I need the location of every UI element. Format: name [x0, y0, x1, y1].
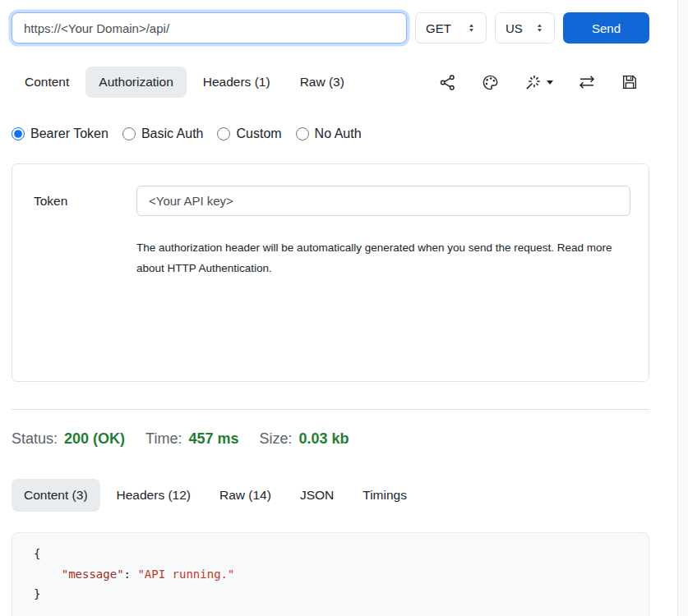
- response-tabs: Content (3) Headers (12) Raw (14) JSON T…: [12, 479, 649, 512]
- auth-option-bearer-token[interactable]: Bearer Token: [12, 126, 109, 141]
- method-select-value: GET: [426, 21, 451, 35]
- status-value: 200 (OK): [64, 430, 125, 448]
- no-auth-radio[interactable]: [296, 127, 309, 140]
- size-label: Size:: [259, 430, 292, 448]
- auth-option-label: Custom: [236, 126, 281, 141]
- response-body-panel: { "message": "API running." }: [12, 532, 649, 616]
- palette-icon: [481, 73, 500, 92]
- url-input[interactable]: [12, 12, 407, 44]
- auth-option-label: Bearer Token: [30, 126, 109, 141]
- auth-option-basic-auth[interactable]: Basic Auth: [122, 126, 204, 141]
- request-tabs: Content Authorization Headers (1) Raw (3…: [12, 67, 358, 98]
- time-label: Time:: [145, 430, 182, 448]
- size-value: 0.03 kb: [299, 430, 349, 448]
- response-tab-raw[interactable]: Raw (14): [207, 479, 284, 512]
- time-value: 457 ms: [188, 430, 238, 448]
- method-select[interactable]: GET: [415, 12, 487, 44]
- scrollbar-gutter[interactable]: [677, 0, 688, 616]
- response-tab-headers[interactable]: Headers (12): [104, 479, 203, 512]
- share-button[interactable]: [438, 73, 457, 92]
- bearer-token-radio[interactable]: [12, 127, 25, 140]
- response-tab-timings[interactable]: Timings: [350, 479, 419, 512]
- status-label: Status:: [12, 430, 58, 448]
- auth-option-label: No Auth: [315, 126, 362, 141]
- send-button[interactable]: Send: [563, 12, 649, 44]
- token-label: Token: [34, 186, 136, 381]
- swap-arrows-icon: [577, 72, 597, 92]
- generate-code-button[interactable]: [524, 73, 553, 92]
- response-tab-content[interactable]: Content (3): [12, 479, 100, 512]
- auth-type-options: Bearer Token Basic Auth Custom No Auth: [12, 126, 649, 141]
- json-separator: :: [124, 568, 138, 581]
- bearer-token-panel: Token The authorization header will be a…: [12, 163, 649, 382]
- json-message-line: "message": "API running.": [34, 564, 632, 585]
- chevron-down-icon: [547, 80, 553, 85]
- response-tab-json[interactable]: JSON: [288, 479, 346, 512]
- swap-button[interactable]: [577, 72, 597, 92]
- json-string-value: "API running.": [137, 568, 234, 581]
- region-select-value: US: [506, 21, 523, 35]
- request-toolbar: [438, 72, 639, 92]
- theme-button[interactable]: [481, 73, 500, 92]
- request-tabs-row: Content Authorization Headers (1) Raw (3…: [12, 67, 649, 98]
- tab-raw[interactable]: Raw (3): [287, 67, 358, 98]
- tab-authorization[interactable]: Authorization: [85, 67, 186, 98]
- auth-option-no-auth[interactable]: No Auth: [296, 126, 362, 141]
- api-tester-app: GET US Send Content Authorization Header…: [0, 0, 688, 616]
- auth-option-label: Basic Auth: [141, 126, 204, 141]
- response-status-bar: Status: 200 (OK) Time: 457 ms Size: 0.03…: [12, 430, 649, 448]
- up-down-arrows-icon: [467, 23, 476, 33]
- custom-auth-radio[interactable]: [217, 127, 230, 140]
- token-input[interactable]: [136, 186, 630, 216]
- save-icon: [621, 73, 639, 91]
- up-down-arrows-icon: [535, 23, 544, 33]
- tab-content[interactable]: Content: [12, 67, 82, 98]
- share-icon: [438, 73, 457, 92]
- json-open-brace: {: [34, 544, 632, 564]
- section-divider: [12, 409, 649, 410]
- request-bar: GET US Send: [12, 0, 649, 44]
- main-content: GET US Send Content Authorization Header…: [12, 0, 649, 616]
- token-field-group: The authorization header will be automat…: [136, 186, 630, 381]
- magic-wand-icon: [524, 73, 543, 92]
- json-close-brace: }: [34, 584, 632, 605]
- save-button[interactable]: [621, 73, 639, 91]
- auth-option-custom[interactable]: Custom: [217, 126, 281, 141]
- tab-headers[interactable]: Headers (1): [190, 67, 284, 98]
- region-select[interactable]: US: [495, 12, 555, 44]
- token-help-text: The authorization header will be automat…: [136, 237, 617, 278]
- basic-auth-radio[interactable]: [122, 127, 136, 140]
- json-key: "message": [62, 568, 124, 581]
